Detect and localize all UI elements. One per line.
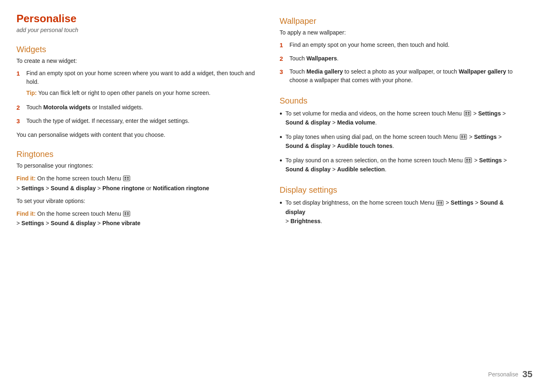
- sounds-bullet-1: • To set volume for media and videos, on…: [280, 109, 518, 127]
- menu-icon-2: [123, 211, 130, 217]
- menu-icon-s3: [465, 157, 472, 163]
- menu-icon-1: [123, 175, 130, 181]
- svg-rect-21: [466, 159, 468, 160]
- sounds-section: Sounds • To set volume for media and vid…: [280, 96, 518, 174]
- findit-label-2: Find it:: [16, 210, 36, 217]
- wallpaper-step-1: 1 Find an empty spot on your home screen…: [280, 41, 518, 50]
- svg-rect-2: [127, 177, 129, 179]
- step-1-text: Find an empty spot on your home screen w…: [26, 70, 255, 85]
- svg-rect-23: [466, 161, 468, 162]
- svg-rect-7: [127, 212, 129, 214]
- w-step-num-3: 3: [280, 67, 286, 85]
- widgets-heading: Widgets: [16, 45, 255, 54]
- w-step-num-2: 2: [280, 54, 286, 64]
- svg-rect-15: [460, 134, 467, 139]
- svg-rect-20: [465, 158, 472, 163]
- wallpaper-section: Wallpaper To apply a new wallpaper: 1 Fi…: [280, 16, 518, 85]
- svg-rect-29: [440, 203, 442, 205]
- page-subtitle: add your personal touch: [16, 27, 255, 33]
- svg-rect-5: [123, 211, 130, 216]
- step-num-2: 2: [16, 103, 23, 113]
- w-step-1-content: Find an empty spot on your home screen, …: [289, 41, 449, 50]
- findit-text-2: On the home screen touch Menu: [37, 210, 123, 217]
- right-column: Wallpaper To apply a new wallpaper: 1 Fi…: [280, 12, 518, 240]
- svg-rect-24: [469, 161, 470, 162]
- wallpaper-heading: Wallpaper: [280, 16, 518, 26]
- svg-rect-3: [125, 179, 126, 180]
- bullet-dot-3: •: [280, 156, 282, 174]
- w-step-3-content: Touch Media gallery to select a photo as…: [289, 67, 518, 85]
- menu-icon-s1: [464, 111, 471, 116]
- step-num-3: 3: [16, 117, 23, 126]
- display-bullet-dot-1: •: [280, 198, 282, 226]
- sounds-bullet-3-text: To play sound on a screen selection, on …: [285, 156, 518, 174]
- step-1-content: Find an empty spot on your home screen w…: [26, 69, 255, 99]
- page-title: Personalise: [16, 12, 255, 25]
- sounds-heading: Sounds: [280, 96, 518, 106]
- bullet-dot-2: •: [280, 132, 282, 151]
- tip-text: You can flick left or right to open othe…: [38, 90, 211, 96]
- findit-block-1: Find it: On the home screen touch Menu >…: [16, 174, 255, 194]
- vibrate-intro: To set your vibrate options:: [16, 198, 255, 204]
- left-column: Personalise add your personal touch Widg…: [16, 12, 255, 240]
- widgets-step-1: 1 Find an empty spot on your home screen…: [16, 69, 255, 99]
- widgets-outro: You can personalise widgets with content…: [16, 131, 255, 138]
- findit-path-2: > Settings > Sound & display > Phone vib…: [16, 220, 141, 226]
- svg-rect-0: [123, 176, 130, 181]
- display-bullets: • To set display brightness, on the home…: [280, 198, 518, 226]
- widgets-section: Widgets To create a new widget: 1 Find a…: [16, 45, 255, 138]
- sounds-bullet-1-text: To set volume for media and videos, on t…: [285, 109, 518, 127]
- ringtones-intro: To personalise your ringtones:: [16, 162, 255, 169]
- wallpaper-step-3: 3 Touch Media gallery to select a photo …: [280, 67, 518, 85]
- svg-rect-1: [125, 177, 126, 179]
- display-bullet-1-text: To set display brightness, on the home s…: [285, 198, 518, 226]
- sounds-bullets: • To set volume for media and videos, on…: [280, 109, 518, 174]
- svg-rect-27: [440, 201, 442, 203]
- svg-rect-18: [461, 137, 463, 138]
- svg-rect-12: [468, 112, 470, 114]
- page-footer: Personalise 35: [488, 369, 532, 380]
- sounds-bullet-3: • To play sound on a screen selection, o…: [280, 156, 518, 174]
- svg-rect-16: [461, 136, 463, 137]
- svg-rect-6: [125, 212, 126, 214]
- svg-rect-28: [438, 203, 440, 205]
- widgets-step-2: 2 Touch Motorola widgets or Installed wi…: [16, 103, 255, 113]
- wallpaper-step-2: 2 Touch Wallpapers.: [280, 54, 518, 64]
- tip-block: Tip: You can flick left or right to open…: [26, 89, 255, 97]
- svg-rect-10: [464, 111, 471, 116]
- svg-rect-8: [125, 214, 126, 215]
- svg-rect-22: [469, 159, 470, 160]
- display-heading: Display settings: [280, 185, 518, 195]
- svg-rect-14: [468, 114, 470, 115]
- svg-rect-19: [464, 137, 465, 138]
- svg-rect-25: [437, 201, 443, 205]
- wallpaper-steps: 1 Find an empty spot on your home screen…: [280, 41, 518, 85]
- display-section: Display settings • To set display bright…: [280, 185, 518, 226]
- svg-rect-26: [438, 201, 440, 203]
- findit-text-1: On the home screen touch Menu: [37, 175, 123, 182]
- ringtones-heading: Ringtones: [16, 150, 255, 159]
- widgets-intro: To create a new widget:: [16, 58, 255, 64]
- menu-icon-d1: [436, 200, 444, 206]
- sounds-bullet-2-text: To play tones when using dial pad, on th…: [285, 132, 518, 151]
- svg-rect-11: [465, 112, 467, 114]
- bullet-dot-1: •: [280, 109, 282, 127]
- menu-icon-s2: [460, 134, 467, 140]
- w-step-2-content: Touch Wallpapers.: [289, 54, 338, 64]
- widgets-step-3: 3 Touch the type of widget. If necessary…: [16, 117, 255, 126]
- display-bullet-1: • To set display brightness, on the home…: [280, 198, 518, 226]
- findit-path-1: > Settings > Sound & display > Phone rin…: [16, 185, 209, 191]
- findit-block-2: Find it: On the home screen touch Menu >…: [16, 209, 255, 229]
- page-layout: Personalise add your personal touch Widg…: [16, 12, 537, 240]
- ringtones-section: Ringtones To personalise your ringtones:…: [16, 150, 255, 228]
- footer-page-number: 35: [523, 369, 532, 380]
- svg-rect-17: [464, 136, 465, 137]
- sounds-bullet-2: • To play tones when using dial pad, on …: [280, 132, 518, 151]
- findit-label-1: Find it:: [16, 175, 36, 182]
- step-num-1: 1: [16, 69, 23, 99]
- svg-rect-13: [465, 114, 467, 115]
- svg-rect-9: [127, 214, 129, 215]
- step-2-content: Touch Motorola widgets or Installed widg…: [26, 103, 143, 113]
- w-step-num-1: 1: [280, 41, 286, 50]
- widgets-steps: 1 Find an empty spot on your home screen…: [16, 69, 255, 126]
